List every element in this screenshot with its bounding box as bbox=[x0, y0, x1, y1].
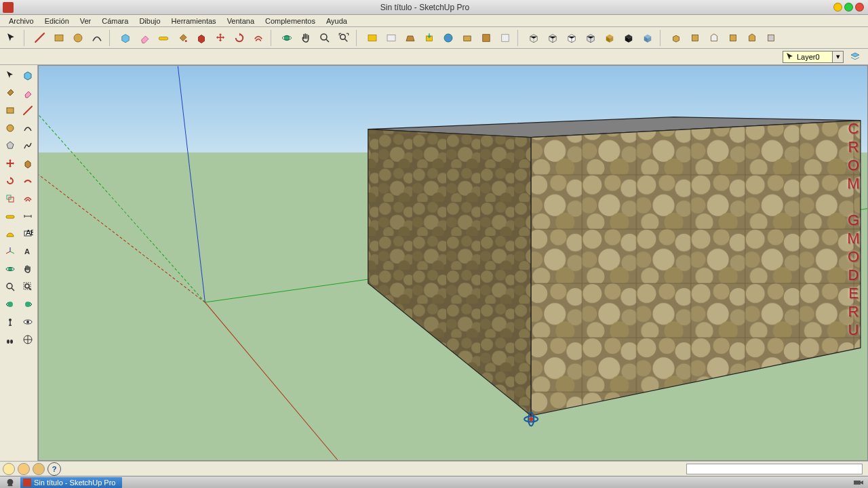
zoom-previous-tool[interactable] bbox=[1, 296, 18, 312]
line-tool[interactable] bbox=[31, 29, 49, 47]
circle-tool[interactable] bbox=[69, 29, 87, 47]
start-menu-icon[interactable] bbox=[0, 476, 20, 488]
follow-me-tool[interactable] bbox=[19, 172, 36, 189]
top-view[interactable] bbox=[686, 29, 704, 47]
status-geolocation-icon[interactable] bbox=[3, 463, 15, 475]
front-view[interactable] bbox=[705, 29, 723, 47]
pan-tool[interactable] bbox=[297, 29, 315, 47]
text-tool[interactable]: ABC bbox=[19, 225, 36, 242]
paint-bucket-tool[interactable] bbox=[174, 29, 191, 47]
menu-dibujo[interactable]: Dibujo bbox=[134, 16, 165, 26]
layer-manager-icon[interactable] bbox=[848, 50, 863, 64]
select-tool[interactable] bbox=[1, 66, 18, 83]
select-tool[interactable] bbox=[3, 29, 20, 47]
layer-toolbar: Layer0 ▾ bbox=[0, 49, 868, 65]
make-component-tool[interactable] bbox=[117, 29, 134, 47]
rotate-tool[interactable] bbox=[1, 172, 18, 189]
offset-tool[interactable] bbox=[19, 190, 36, 207]
help-icon[interactable]: ? bbox=[47, 462, 61, 476]
look-around-tool[interactable] bbox=[19, 313, 36, 330]
line-tool[interactable] bbox=[19, 102, 36, 119]
zoom-tool[interactable] bbox=[1, 278, 18, 295]
status-credits-icon[interactable] bbox=[18, 463, 30, 475]
menu-ver[interactable]: Ver bbox=[75, 16, 96, 26]
svg-line-62 bbox=[39, 115, 205, 302]
menu-herramientas[interactable]: Herramientas bbox=[167, 16, 221, 26]
move-tool[interactable] bbox=[212, 29, 229, 47]
viewport-3d[interactable]: CROM GMODERU bbox=[38, 65, 868, 461]
wireframe-style[interactable] bbox=[563, 29, 580, 47]
walk-tool[interactable] bbox=[1, 331, 18, 348]
paint-bucket-tool[interactable] bbox=[1, 84, 18, 101]
minimize-button[interactable] bbox=[833, 3, 842, 12]
eraser-tool[interactable] bbox=[19, 84, 36, 101]
iso-view[interactable] bbox=[667, 29, 685, 47]
menu-complementos[interactable]: Complementos bbox=[260, 16, 320, 26]
menu-ventana[interactable]: Ventana bbox=[222, 16, 259, 26]
move-tool[interactable] bbox=[1, 155, 18, 171]
maximize-button[interactable] bbox=[844, 3, 853, 12]
right-view[interactable] bbox=[724, 29, 742, 47]
back-edges-style[interactable] bbox=[544, 29, 561, 47]
axes-tool[interactable] bbox=[1, 243, 18, 260]
freehand-tool[interactable] bbox=[19, 137, 36, 154]
shaded-style[interactable] bbox=[601, 29, 618, 47]
watermark-text: CROM GMODERU bbox=[844, 120, 862, 340]
close-button[interactable] bbox=[855, 3, 864, 12]
layout-tool[interactable] bbox=[477, 29, 495, 47]
position-camera-tool[interactable] bbox=[1, 313, 18, 330]
warehouse-download-tool[interactable] bbox=[420, 29, 438, 47]
scale-tool[interactable] bbox=[1, 190, 18, 207]
monochrome-style[interactable] bbox=[639, 29, 656, 47]
rotate-tool[interactable] bbox=[231, 29, 248, 47]
zoom-window-tool[interactable] bbox=[19, 278, 36, 295]
tape-measure-tool[interactable] bbox=[1, 207, 18, 224]
arc-tool[interactable] bbox=[19, 119, 36, 136]
push-pull-tool[interactable] bbox=[19, 155, 36, 171]
menu-edicion[interactable]: Edición bbox=[40, 16, 74, 26]
tray-icon bbox=[853, 479, 864, 487]
xray-style[interactable] bbox=[525, 29, 542, 47]
hidden-line-style[interactable] bbox=[582, 29, 599, 47]
circle-tool[interactable] bbox=[1, 119, 18, 136]
layer-dropdown[interactable]: Layer0 ▾ bbox=[783, 51, 844, 63]
place-model-tool[interactable] bbox=[458, 29, 476, 47]
offset-tool[interactable] bbox=[250, 29, 267, 47]
orbit-tool[interactable] bbox=[1, 260, 18, 277]
orbit-tool[interactable] bbox=[278, 29, 296, 47]
svg-rect-14 bbox=[502, 34, 509, 41]
protractor-tool[interactable] bbox=[1, 225, 18, 242]
left-view[interactable] bbox=[762, 29, 780, 47]
svg-point-7 bbox=[340, 34, 346, 39]
zoom-tool[interactable] bbox=[316, 29, 334, 47]
polygon-tool[interactable] bbox=[1, 137, 18, 154]
get-models-tool[interactable] bbox=[363, 29, 381, 47]
menu-camara[interactable]: Cámara bbox=[97, 16, 133, 26]
rectangle-tool[interactable] bbox=[1, 102, 18, 119]
section-plane-tool[interactable] bbox=[19, 331, 36, 348]
menu-ayuda[interactable]: Ayuda bbox=[321, 16, 352, 26]
zoom-extents-tool[interactable] bbox=[335, 29, 353, 47]
arc-tool[interactable] bbox=[88, 29, 106, 47]
menu-archivo[interactable]: Archivo bbox=[4, 16, 39, 26]
tape-measure-tool[interactable] bbox=[155, 29, 172, 47]
push-pull-tool[interactable] bbox=[193, 29, 210, 47]
zoom-extents-tool[interactable] bbox=[19, 296, 36, 312]
make-component-tool[interactable] bbox=[19, 66, 36, 83]
system-tray[interactable] bbox=[853, 479, 868, 487]
share-model-tool[interactable] bbox=[382, 29, 400, 47]
back-view[interactable] bbox=[743, 29, 761, 47]
taskbar-active-task[interactable]: Sin título - SketchUp Pro bbox=[20, 477, 122, 488]
dimension-tool[interactable] bbox=[19, 207, 36, 224]
pan-tool[interactable] bbox=[19, 260, 36, 277]
svg-rect-12 bbox=[464, 36, 471, 41]
status-signin-icon[interactable] bbox=[33, 463, 45, 475]
shaded-textures-style[interactable] bbox=[620, 29, 637, 47]
google-earth-tool[interactable] bbox=[439, 29, 457, 47]
warehouse-upload-tool[interactable] bbox=[401, 29, 419, 47]
rectangle-tool[interactable] bbox=[50, 29, 68, 47]
measurements-box[interactable] bbox=[686, 464, 863, 474]
eraser-tool[interactable] bbox=[136, 29, 153, 47]
3d-text-tool[interactable]: A bbox=[19, 243, 36, 260]
preview-tool[interactable] bbox=[496, 29, 514, 47]
